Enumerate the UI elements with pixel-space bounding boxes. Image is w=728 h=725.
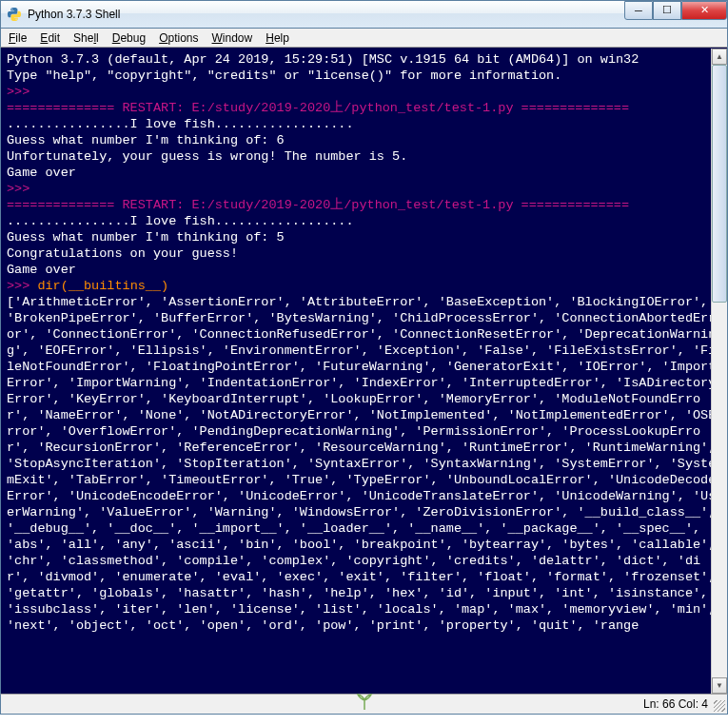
- maximize-button[interactable]: ☐: [653, 1, 681, 20]
- output-line: Unfortunately, your guess is wrong! The …: [7, 148, 721, 165]
- menu-shell[interactable]: Shell: [73, 31, 99, 45]
- scrollbar[interactable]: ▲ ▼: [711, 49, 727, 694]
- prompt: >>>: [7, 181, 721, 197]
- sprout-icon: [354, 693, 375, 710]
- resize-grip[interactable]: [714, 700, 725, 712]
- output-line: ................I love fish.............…: [7, 213, 721, 229]
- close-button[interactable]: ✕: [681, 1, 727, 20]
- prompt-with-input: >>> dir(__builtins__): [7, 278, 721, 294]
- menu-options[interactable]: Options: [159, 31, 198, 45]
- output-line: ................I love fish.............…: [7, 116, 721, 132]
- status-text: Ln: 66 Col: 4: [643, 697, 708, 711]
- menu-edit[interactable]: Edit: [40, 31, 60, 45]
- output-line: Game over: [7, 262, 721, 278]
- banner-line: Type "help", "copyright", "credits" or "…: [7, 68, 721, 84]
- output-line: Congratulations on your guess!: [7, 245, 721, 262]
- menu-debug[interactable]: Debug: [112, 31, 146, 45]
- menubar: File Edit Shell Debug Options Window Hel…: [0, 29, 728, 48]
- output-line: Guess what number I'm thinking of: 5: [7, 229, 721, 245]
- menu-help[interactable]: Help: [266, 31, 289, 45]
- python-icon: [7, 7, 22, 22]
- titlebar[interactable]: Python 3.7.3 Shell ─ ☐ ✕: [0, 0, 728, 29]
- menu-file[interactable]: File: [9, 31, 27, 45]
- console-output[interactable]: Python 3.7.3 (default, Apr 24 2019, 15:2…: [0, 48, 728, 694]
- scroll-thumb[interactable]: [712, 65, 727, 303]
- restart-line: ============== RESTART: E:/study/2019-20…: [7, 100, 721, 116]
- window-title: Python 3.7.3 Shell: [28, 8, 624, 21]
- scroll-down-button[interactable]: ▼: [712, 677, 727, 694]
- prompt: >>>: [7, 84, 721, 100]
- minimize-button[interactable]: ─: [624, 1, 653, 20]
- output-line: Game over: [7, 165, 721, 181]
- statusbar: Ln: 66 Col: 4: [0, 694, 728, 715]
- output-line: Guess what number I'm thinking of: 6: [7, 132, 721, 148]
- restart-line: ============== RESTART: E:/study/2019-20…: [7, 197, 721, 213]
- menu-window[interactable]: Window: [212, 31, 253, 45]
- scroll-up-button[interactable]: ▲: [712, 49, 727, 65]
- builtins-output: ['ArithmeticError', 'AssertionError', 'A…: [7, 294, 721, 634]
- banner-line: Python 3.7.3 (default, Apr 24 2019, 15:2…: [7, 51, 721, 68]
